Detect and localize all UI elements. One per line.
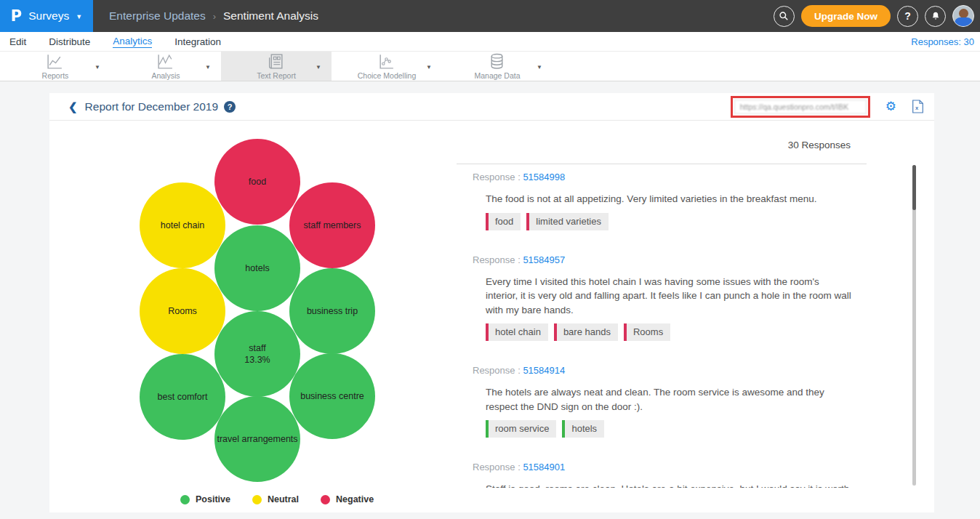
report-header: ❮ Report for December 2019 ? ⚙ x xyxy=(49,93,934,121)
tag[interactable]: food xyxy=(486,213,521,230)
analytics-toolbar: Reports ▼ Analysis ▼ Text Report ▼ Choic… xyxy=(0,51,980,81)
response-text: The food is not at all appetizing. Very … xyxy=(486,192,852,206)
tab-manage-data[interactable]: Manage Data ▼ xyxy=(442,52,553,81)
bubble-travel-arrangements[interactable]: travel arrangements xyxy=(214,396,300,482)
scrollbar-thumb[interactable] xyxy=(912,165,916,210)
bubble-business-trip[interactable]: business trip xyxy=(289,268,375,354)
question-mark-icon: ? xyxy=(904,10,911,22)
response-tags: hotel chain bare hands Rooms xyxy=(486,323,852,341)
tag[interactable]: hotels xyxy=(562,420,604,438)
response-id-link[interactable]: 51584914 xyxy=(523,365,565,376)
bubble-value: 13.3% xyxy=(244,354,270,366)
chevron-down-icon[interactable]: ▼ xyxy=(537,64,542,71)
response-id-link[interactable]: 51584998 xyxy=(523,172,565,182)
bubble-food[interactable]: food xyxy=(214,139,300,225)
responses-count-header: 30 Responses xyxy=(788,140,851,150)
tab-label: Reports xyxy=(42,71,69,80)
user-avatar[interactable] xyxy=(952,5,974,27)
bubble-rooms[interactable]: Rooms xyxy=(140,268,225,354)
chevron-down-icon: ▼ xyxy=(76,13,82,20)
response-text: Every time I visited this hotel chain I … xyxy=(486,275,852,318)
responses-scrollbar[interactable] xyxy=(912,165,916,486)
breadcrumb-separator-icon: › xyxy=(213,11,216,22)
legend-item-neutral: Neutral xyxy=(252,494,299,504)
legend-item-negative: Negative xyxy=(321,494,374,504)
export-excel-icon[interactable]: x xyxy=(912,100,924,113)
response-label: Response : 51584914 xyxy=(473,365,852,376)
share-url-input[interactable] xyxy=(734,100,867,114)
menu-item-distribute[interactable]: Distribute xyxy=(49,36,90,47)
questionpro-logo-icon: P xyxy=(11,7,22,25)
choice-modelling-icon xyxy=(377,52,395,71)
search-button[interactable] xyxy=(774,6,795,27)
breadcrumb-parent[interactable]: Enterprise Updates xyxy=(109,9,206,23)
chevron-down-icon[interactable]: ▼ xyxy=(316,64,321,71)
tab-analysis[interactable]: Analysis ▼ xyxy=(111,52,221,81)
report-help-icon[interactable]: ? xyxy=(224,101,236,113)
response-item: Response : 51584998 The food is not at a… xyxy=(473,172,852,230)
tab-text-report[interactable]: Text Report ▼ xyxy=(221,52,332,81)
svg-text:x: x xyxy=(915,105,919,111)
tag[interactable]: limited varieties xyxy=(526,213,609,230)
bubble-hotels[interactable]: hotels xyxy=(214,225,300,311)
responses-list: Response : 51584998 The food is not at a… xyxy=(457,164,867,488)
trend-chart-icon xyxy=(156,52,174,71)
tab-choice-modelling[interactable]: Choice Modelling ▼ xyxy=(332,52,442,81)
response-item: Response : 51584901 Staff is good, rooms… xyxy=(473,462,852,488)
response-label: Response : 51584957 xyxy=(473,254,852,265)
bubble-staff-members[interactable]: staff members xyxy=(289,182,375,268)
response-label: Response : 51584998 xyxy=(473,172,852,182)
tab-reports[interactable]: Reports ▼ xyxy=(0,52,111,81)
tab-label: Manage Data xyxy=(474,71,520,80)
chevron-down-icon[interactable]: ▼ xyxy=(205,64,211,71)
response-label: Response : 51584901 xyxy=(473,462,852,472)
tag[interactable]: Rooms xyxy=(624,323,670,341)
help-button[interactable]: ? xyxy=(897,6,918,27)
response-tags: food limited varieties xyxy=(486,213,852,230)
response-id-link[interactable]: 51584957 xyxy=(523,254,565,265)
notifications-button[interactable] xyxy=(925,6,946,27)
menu-item-integration[interactable]: Integration xyxy=(174,36,221,47)
upgrade-now-button[interactable]: Upgrade Now xyxy=(801,5,891,27)
line-chart-icon xyxy=(46,52,64,71)
responses-counter[interactable]: Responses: 30 xyxy=(911,36,974,47)
menu-item-edit[interactable]: Edit xyxy=(9,36,26,47)
product-switcher[interactable]: P Surveys ▼ xyxy=(0,0,93,32)
bell-icon xyxy=(931,11,941,21)
bubble-business-centre[interactable]: business centre xyxy=(289,353,375,439)
tab-label: Choice Modelling xyxy=(358,71,417,80)
tag[interactable]: bare hands xyxy=(554,323,618,341)
settings-gear-icon[interactable]: ⚙ xyxy=(885,100,896,113)
database-icon xyxy=(488,52,506,71)
response-tags: room service hotels xyxy=(486,420,852,438)
response-id-link[interactable]: 51584901 xyxy=(523,462,565,472)
tag[interactable]: hotel chain xyxy=(486,323,548,341)
tab-label: Analysis xyxy=(151,71,180,80)
top-bar: P Surveys ▼ Enterprise Updates › Sentime… xyxy=(0,0,980,32)
legend-item-positive: Positive xyxy=(180,494,230,504)
product-name: Surveys xyxy=(28,9,69,23)
share-url-highlight-annotation xyxy=(731,96,870,118)
chart-legend: Positive Neutral Negative xyxy=(180,494,374,504)
response-item: Response : 51584957 Every time I visited… xyxy=(473,254,852,342)
bubble-best-comfort[interactable]: best comfort xyxy=(140,354,225,440)
search-icon xyxy=(779,11,789,21)
response-text: The hotels are always neat and clean. Th… xyxy=(486,385,852,414)
menu-item-analytics[interactable]: Analytics xyxy=(113,36,152,48)
response-text: Staff is good, rooms are clean. Hotels a… xyxy=(486,482,852,488)
bubble-staff[interactable]: staff13.3% xyxy=(214,311,300,397)
avatar-body-shape xyxy=(955,17,973,27)
positive-dot-icon xyxy=(180,495,190,504)
bubble-hotel-chain[interactable]: hotel chain xyxy=(140,182,225,268)
survey-menu: Edit Distribute Analytics Integration Re… xyxy=(0,32,980,51)
breadcrumb-current: Sentiment Analysis xyxy=(223,9,318,23)
back-button[interactable]: ❮ xyxy=(68,100,78,113)
tab-label: Text Report xyxy=(257,71,296,80)
report-title: Report for December 2019 xyxy=(85,100,219,113)
text-report-icon xyxy=(267,52,285,71)
neutral-dot-icon xyxy=(252,495,262,504)
chevron-down-icon[interactable]: ▼ xyxy=(95,64,100,71)
chevron-down-icon[interactable]: ▼ xyxy=(426,64,432,71)
tag[interactable]: room service xyxy=(486,420,556,438)
response-item: Response : 51584914 The hotels are alway… xyxy=(473,365,852,438)
